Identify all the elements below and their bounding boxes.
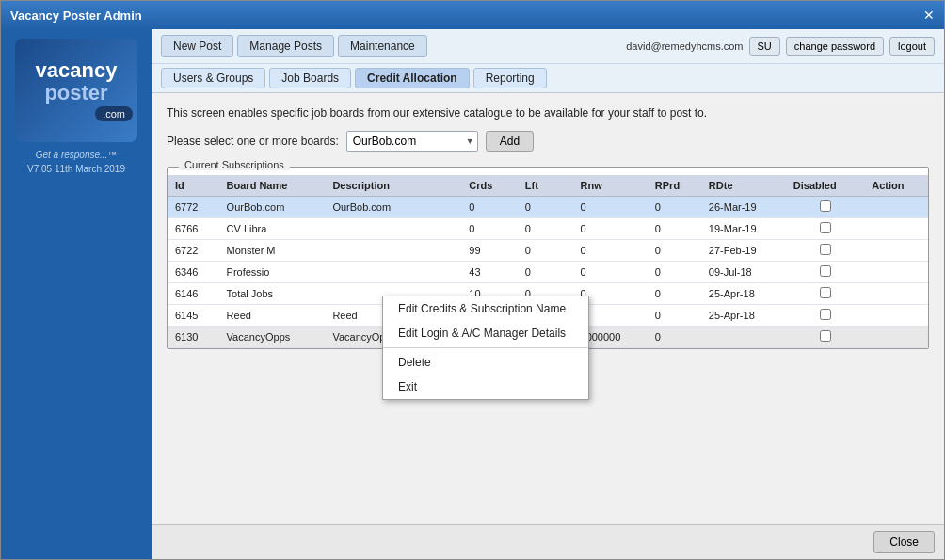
table-cell: 19-Mar-19 (701, 218, 786, 240)
table-cell: Monster M (219, 240, 326, 262)
user-email: david@remedyhcms.com (626, 40, 743, 52)
logo-box: vacancy poster .com (15, 39, 137, 142)
subnav-credit-allocation[interactable]: Credit Allocation (355, 68, 470, 88)
board-select[interactable]: OurBob.com (346, 131, 478, 152)
nav-new-post[interactable]: New Post (161, 35, 233, 57)
context-menu-separator (383, 347, 588, 348)
action-cell (864, 327, 928, 348)
nav-maintenance[interactable]: Maintenance (338, 35, 427, 57)
table-cell (325, 240, 461, 262)
disabled-checkbox[interactable] (820, 244, 831, 255)
action-cell (864, 240, 928, 262)
table-cell: 0 (573, 197, 648, 218)
logo-poster: poster (44, 82, 107, 104)
sidebar: vacancy poster .com Get a response...™ V… (1, 29, 152, 559)
select-row: Please select one or more boards: OurBob… (167, 131, 929, 152)
table-cell: 0 (461, 197, 518, 218)
top-bar-right: david@remedyhcms.com SU change password … (626, 37, 935, 56)
context-menu-edit-login[interactable]: Edit Login & A/C Manager Details (383, 321, 588, 345)
table-cell: 0 (573, 218, 648, 240)
disabled-checkbox[interactable] (820, 222, 831, 233)
disabled-checkbox[interactable] (820, 265, 831, 277)
subnav-users-groups[interactable]: Users & Groups (161, 68, 265, 88)
table-cell: 6346 (168, 262, 219, 283)
disabled-checkbox-cell (786, 262, 864, 283)
select-wrapper: OurBob.com (346, 131, 478, 152)
top-bar-row1: New Post Manage Posts Maintenance david@… (152, 29, 944, 63)
table-cell: 6146 (168, 283, 219, 305)
table-row[interactable]: 6346Professio4300009-Jul-18 (168, 262, 928, 283)
main-window: Vacancy Poster Admin ✕ vacancy poster .c… (0, 0, 945, 560)
table-cell: 0 (648, 262, 701, 283)
disabled-checkbox[interactable] (820, 200, 831, 212)
table-cell: CV Libra (219, 218, 326, 240)
subscriptions-legend: Current Subscriptions (179, 159, 290, 170)
disabled-checkbox[interactable] (820, 287, 831, 298)
disabled-checkbox-cell (786, 197, 864, 218)
logout-button[interactable]: logout (889, 37, 935, 56)
table-cell (325, 218, 461, 240)
table-cell: VacancyOpps (219, 327, 326, 348)
logo-vacancy: vacancy (36, 59, 118, 82)
table-cell: 25-Apr-18 (701, 305, 786, 327)
table-cell: 09-Jul-18 (701, 262, 786, 283)
table-row[interactable]: 6772OurBob.comOurBob.com000026-Mar-19 (168, 197, 928, 218)
col-board-name: Board Name (219, 175, 326, 197)
subnav-reporting[interactable]: Reporting (473, 68, 547, 88)
table-cell: 0 (518, 262, 573, 283)
table-cell: OurBob.com (219, 197, 326, 218)
action-cell (864, 283, 928, 305)
table-cell: 6130 (168, 327, 219, 348)
disabled-checkbox-cell (786, 305, 864, 327)
sub-nav: Users & Groups Job Boards Credit Allocat… (152, 63, 944, 92)
change-password-button[interactable]: change password (786, 37, 884, 56)
main-panel: New Post Manage Posts Maintenance david@… (152, 29, 944, 559)
table-cell: 0 (573, 240, 648, 262)
col-rnw: Rnw (573, 175, 648, 197)
action-cell (864, 197, 928, 218)
col-rprd: RPrd (648, 175, 701, 197)
context-menu-delete[interactable]: Delete (383, 350, 588, 375)
table-cell: 0 (648, 327, 701, 348)
col-action: Action (864, 175, 928, 197)
col-rdte: RDte (701, 175, 786, 197)
context-menu-edit-credits[interactable]: Edit Credits & Subscription Name (383, 296, 588, 321)
table-cell: Total Jobs (219, 283, 326, 305)
context-menu-exit[interactable]: Exit (383, 375, 588, 399)
action-cell (864, 305, 928, 327)
table-cell (701, 327, 786, 348)
table-cell: 25-Apr-18 (701, 283, 786, 305)
bottom-bar: Close (152, 524, 944, 559)
su-button[interactable]: SU (749, 37, 780, 56)
table-cell: 6145 (168, 305, 219, 327)
description-text: This screen enables specific job boards … (167, 106, 929, 120)
title-bar: Vacancy Poster Admin ✕ (1, 1, 944, 29)
window-close-button[interactable]: ✕ (923, 8, 935, 23)
table-cell: 6772 (168, 197, 219, 218)
table-cell: 26-Mar-19 (701, 197, 786, 218)
nav-manage-posts[interactable]: Manage Posts (237, 35, 334, 57)
disabled-checkbox[interactable] (820, 309, 831, 320)
table-cell: 0 (648, 283, 701, 305)
window-title: Vacancy Poster Admin (10, 8, 142, 23)
subnav-job-boards[interactable]: Job Boards (269, 68, 351, 88)
top-bar: New Post Manage Posts Maintenance david@… (152, 29, 944, 93)
table-cell: 43 (461, 262, 518, 283)
table-cell: 0 (518, 197, 573, 218)
table-row[interactable]: 6722Monster M9900027-Feb-19 (168, 240, 928, 262)
table-cell: 0 (518, 218, 573, 240)
top-nav: New Post Manage Posts Maintenance (161, 35, 427, 57)
table-cell: 0 (648, 218, 701, 240)
context-menu: Edit Credits & Subscription Name Edit Lo… (382, 296, 589, 400)
col-disabled: Disabled (786, 175, 864, 197)
disabled-checkbox[interactable] (820, 330, 831, 342)
table-cell: 6766 (168, 218, 219, 240)
table-cell: 0 (648, 305, 701, 327)
add-button[interactable]: Add (486, 131, 534, 152)
sidebar-version: V7.05 11th March 2019 (27, 164, 125, 174)
table-row[interactable]: 6766CV Libra000019-Mar-19 (168, 218, 928, 240)
action-cell (864, 218, 928, 240)
close-button[interactable]: Close (873, 531, 935, 553)
col-crds: Crds (461, 175, 518, 197)
col-description: Description (325, 175, 461, 197)
